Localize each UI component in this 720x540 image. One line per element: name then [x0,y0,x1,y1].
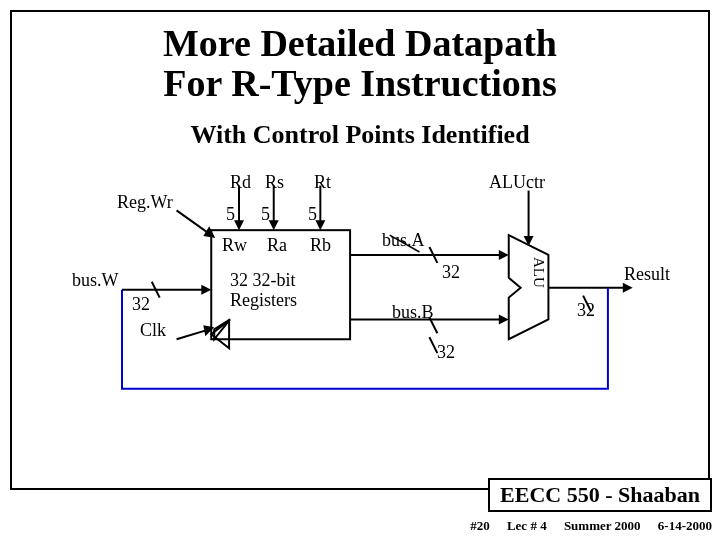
svg-marker-16 [499,250,509,260]
svg-marker-9 [201,285,211,295]
label-ra: Ra [267,235,287,256]
label-busw-width: 32 [132,294,150,315]
label-regwr: Reg.Wr [117,192,173,213]
label-clk: Clk [140,320,166,341]
label-5c: 5 [308,204,317,225]
label-busb: bus.B [392,302,434,323]
feedback-bus [122,288,608,389]
label-regfile-1: 32 32-bit [230,270,296,291]
label-5a: 5 [226,204,235,225]
svg-line-6 [177,210,212,235]
label-result: Result [624,264,670,285]
label-regfile-2: Registers [230,290,297,311]
label-busa-width: 32 [442,262,460,283]
label-busa: bus.A [382,230,425,251]
label-aluctr: ALUctr [489,172,545,193]
label-5b: 5 [261,204,270,225]
footer-slide: #20 [470,518,490,533]
footer-lecture: Lec # 4 [507,518,547,533]
label-rw: Rw [222,235,247,256]
label-rt: Rt [314,172,331,193]
label-busw: bus.W [72,270,119,291]
label-rs: Rs [265,172,284,193]
label-alu: ALU [530,257,547,288]
slide-frame: More Detailed Datapath For R-Type Instru… [10,10,710,490]
footer-date: 6-14-2000 [658,518,712,533]
label-rd: Rd [230,172,251,193]
svg-marker-7 [203,226,215,238]
svg-marker-1 [234,220,244,230]
label-result-width: 32 [577,300,595,321]
footer-meta: #20 Lec # 4 Summer 2000 6-14-2000 [456,518,712,534]
svg-marker-20 [499,314,509,324]
footer-term: Summer 2000 [564,518,641,533]
svg-marker-3 [269,220,279,230]
svg-marker-25 [524,236,534,246]
footer-course: EECC 550 - Shaaban [488,478,712,512]
datapath-diagram [12,12,708,488]
label-rb: Rb [310,235,331,256]
label-busb-width: 32 [437,342,455,363]
